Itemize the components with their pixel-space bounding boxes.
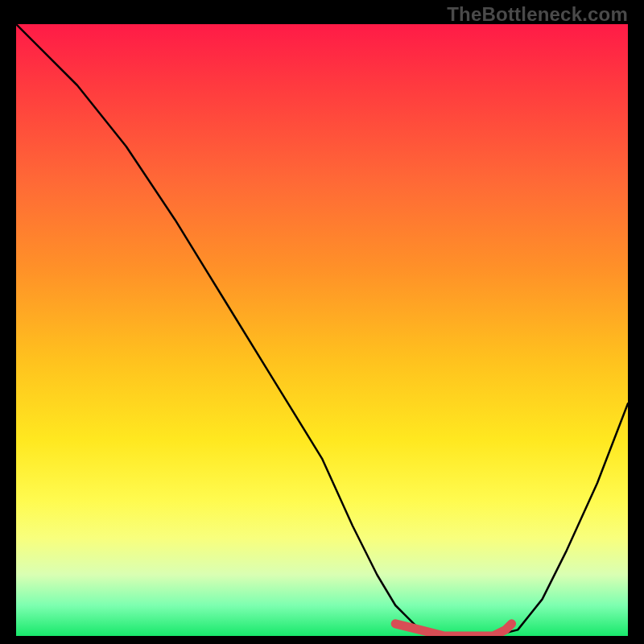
- bottleneck-curve: [16, 24, 628, 636]
- optimal-range-marker: [395, 624, 511, 636]
- bottom-border: [16, 636, 628, 638]
- chart-frame: TheBottleneck.com: [0, 0, 644, 644]
- watermark-text: TheBottleneck.com: [447, 3, 628, 26]
- bottleneck-chart-svg: [16, 24, 628, 636]
- plot-area: [16, 24, 628, 636]
